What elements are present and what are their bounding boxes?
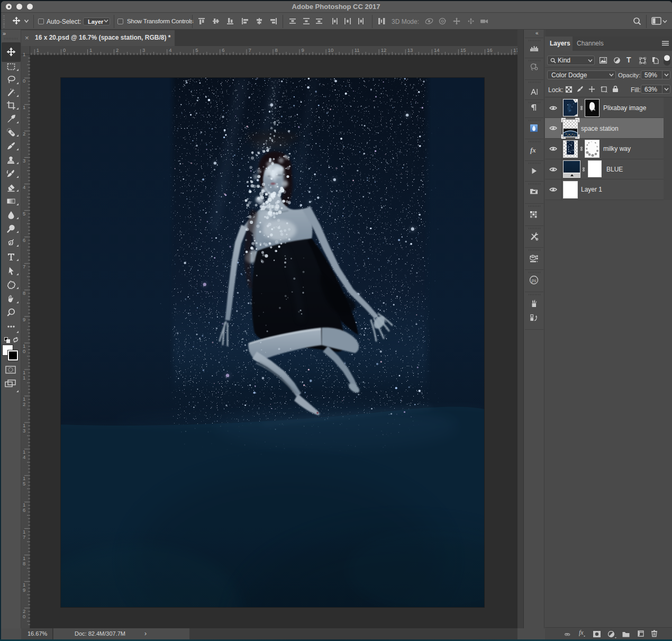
svg-text:3: 3 — [142, 47, 145, 53]
svg-text:1: 1 — [23, 51, 25, 57]
svg-text:5: 5 — [195, 47, 198, 53]
svg-text:7: 7 — [23, 264, 25, 269]
svg-text:5: 5 — [23, 481, 25, 486]
svg-text:16: 16 — [487, 47, 493, 53]
svg-text:6: 6 — [222, 47, 224, 53]
svg-text:1: 1 — [23, 104, 25, 110]
svg-text:10: 10 — [328, 47, 334, 53]
svg-text:5: 5 — [23, 211, 25, 216]
svg-text:0: 0 — [23, 78, 25, 84]
svg-text:11: 11 — [355, 47, 360, 53]
svg-text:2: 2 — [23, 401, 25, 407]
svg-text:0: 0 — [63, 47, 66, 53]
svg-text:7: 7 — [23, 534, 25, 540]
svg-text:0: 0 — [23, 613, 25, 619]
svg-text:2: 2 — [23, 131, 25, 137]
svg-text:12: 12 — [381, 47, 387, 53]
svg-text:3: 3 — [23, 158, 25, 164]
svg-text:17: 17 — [513, 47, 517, 53]
svg-text:6: 6 — [23, 507, 25, 513]
svg-text:9: 9 — [23, 587, 25, 593]
svg-text:fx: fx — [579, 629, 584, 636]
svg-text:15: 15 — [460, 47, 466, 53]
svg-text:1: 1 — [23, 375, 25, 381]
svg-text:9: 9 — [23, 317, 25, 322]
svg-text:fx: fx — [530, 146, 536, 154]
svg-text:0: 0 — [23, 348, 25, 354]
svg-text:8: 8 — [275, 47, 278, 53]
svg-text:8: 8 — [23, 561, 25, 566]
svg-text:ps: ps — [531, 277, 537, 283]
svg-text:8: 8 — [23, 290, 25, 296]
svg-text:9: 9 — [302, 47, 304, 53]
svg-text:1: 1 — [37, 47, 39, 53]
svg-text:14: 14 — [434, 47, 440, 53]
svg-text:6: 6 — [23, 237, 25, 243]
svg-text:1: 1 — [89, 47, 92, 53]
svg-text:4: 4 — [23, 184, 25, 190]
svg-text:2: 2 — [116, 47, 119, 53]
svg-text:7: 7 — [248, 47, 251, 53]
svg-text:13: 13 — [407, 47, 413, 53]
svg-text:3: 3 — [23, 428, 25, 434]
svg-text:4: 4 — [23, 454, 25, 460]
svg-text:4: 4 — [169, 47, 171, 53]
